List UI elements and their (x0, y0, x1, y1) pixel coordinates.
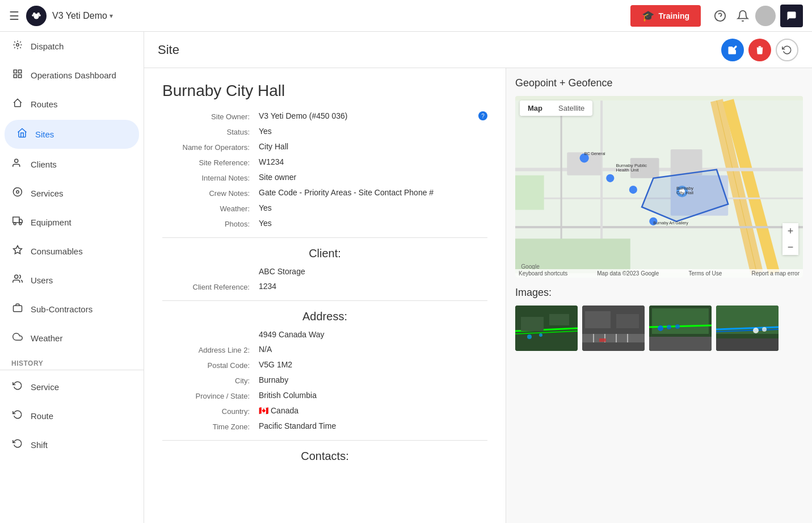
sidebar-item-services[interactable]: Services (0, 179, 144, 208)
weather-row: Weather: Yes (162, 203, 487, 213)
sidebar-item-shift[interactable]: Shift (0, 430, 144, 459)
sidebar-item-service[interactable]: Service (0, 373, 144, 401)
clients-icon (11, 158, 24, 171)
crew-notes-value: Gate Code - Priority Areas - Site Contac… (259, 188, 487, 197)
svg-rect-20 (14, 306, 22, 312)
postal-code-row: Postal Code: V5G 1M2 (162, 360, 487, 370)
users-icon (11, 274, 24, 287)
province-value: British Columbia (259, 391, 487, 400)
svg-rect-9 (19, 70, 22, 73)
map-report[interactable]: Report a map error (751, 270, 799, 277)
internal-notes-value: Site owner (259, 173, 487, 182)
main-content: Site (144, 32, 812, 523)
divider-1 (162, 237, 487, 238)
site-owner-value: V3 Yeti Demo (#450 036) (259, 111, 476, 120)
top-nav: ☰ V3 Yeti Demo ▾ 🎓 Training (0, 0, 812, 32)
sub-contractors-icon (11, 303, 24, 316)
sidebar-item-equipment-label: Equipment (31, 217, 71, 227)
crew-notes-row: Crew Notes: Gate Code - Priority Areas -… (162, 188, 487, 198)
svg-rect-56 (585, 311, 611, 328)
address-value: 4949 Canada Way (259, 330, 487, 339)
map-container[interactable]: Burnaby Public Health Unit BC General Bu… (515, 96, 803, 278)
postal-code-label: Postal Code: (162, 360, 259, 370)
svg-point-67 (658, 325, 663, 331)
svg-rect-14 (13, 217, 19, 223)
sidebar-item-routes[interactable]: Routes (0, 90, 144, 119)
status-row: Status: Yes (162, 127, 487, 136)
sidebar-item-consumables-label: Consumables (31, 246, 83, 256)
site-reference-row: Site Reference: W1234 (162, 157, 487, 167)
history-button[interactable] (776, 39, 798, 61)
right-panel: Geopoint + Geofence (506, 68, 812, 523)
map-terms[interactable]: Terms of Use (688, 270, 722, 277)
notifications-button[interactable] (733, 6, 753, 26)
svg-point-12 (15, 159, 18, 162)
sidebar-item-clients[interactable]: Clients (0, 150, 144, 179)
training-label: Training (659, 11, 689, 20)
services-icon (11, 187, 24, 200)
sidebar-item-operations-dashboard[interactable]: Operations Dashboard (0, 61, 144, 90)
image-thumb-3[interactable] (649, 306, 712, 351)
images-grid (515, 306, 803, 351)
postal-code-value: V5G 1M2 (259, 360, 487, 369)
bell-icon (737, 10, 749, 22)
map-tab-satellite[interactable]: Satellite (550, 101, 592, 116)
edit-button[interactable] (721, 39, 744, 61)
site-name: Burnaby City Hall (162, 82, 487, 100)
svg-point-3 (32, 14, 34, 16)
svg-rect-57 (616, 314, 639, 328)
sidebar-item-consumables[interactable]: Consumables (0, 237, 144, 266)
image-thumb-2[interactable] (582, 306, 645, 351)
site-owner-help-icon[interactable]: ? (478, 111, 487, 120)
hamburger-icon[interactable]: ☰ (9, 9, 19, 23)
svg-point-4 (39, 14, 41, 16)
country-value: 🇨🇦Canada (259, 406, 487, 415)
internal-notes-label: Internal Notes: (162, 173, 259, 182)
svg-point-7 (16, 44, 19, 47)
map-tabs: Map Satellite (520, 101, 592, 116)
sidebar-item-users-label: Users (31, 275, 53, 285)
photos-value: Yes (259, 219, 487, 228)
svg-text:City Hall: City Hall (676, 190, 693, 195)
layout: Dispatch Operations Dashboard Routes Sit… (0, 32, 812, 523)
sidebar-item-equipment[interactable]: Equipment (0, 208, 144, 237)
zoom-in-button[interactable]: + (782, 223, 798, 239)
user-avatar[interactable] (755, 6, 776, 26)
city-label: City: (162, 375, 259, 385)
sidebar-item-clients-label: Clients (31, 160, 57, 169)
sidebar-item-route[interactable]: Route (0, 401, 144, 430)
client-row: ABC Storage (162, 267, 487, 276)
svg-point-75 (753, 328, 759, 333)
address-row: 4949 Canada Way (162, 330, 487, 339)
sidebar-item-sub-contractors[interactable]: Sub-Contractors (0, 295, 144, 324)
svg-rect-32 (671, 149, 702, 175)
sidebar-item-weather[interactable]: Weather (0, 324, 144, 353)
delete-button[interactable] (748, 39, 771, 61)
dispatch-icon (11, 40, 24, 53)
svg-text:BC General: BC General (584, 152, 605, 156)
app-dropdown-arrow[interactable]: ▾ (110, 12, 113, 20)
sidebar-item-sites-label: Sites (35, 129, 54, 139)
image-thumb-1[interactable] (515, 306, 578, 351)
city-row: City: Burnaby (162, 375, 487, 385)
svg-rect-8 (14, 70, 16, 73)
history-icon (782, 45, 792, 55)
image-thumb-4[interactable] (716, 306, 779, 351)
help-icon-button[interactable] (710, 6, 730, 26)
svg-rect-77 (716, 338, 779, 351)
svg-marker-18 (14, 246, 22, 254)
paw-icon (30, 10, 43, 22)
zoom-out-button[interactable]: − (782, 239, 798, 255)
country-row: Country: 🇨🇦Canada (162, 406, 487, 416)
map-svg: Burnaby Public Health Unit BC General Bu… (515, 96, 803, 278)
sidebar-item-users[interactable]: Users (0, 266, 144, 295)
sidebar-item-shift-label: Shift (31, 440, 48, 450)
sidebar-item-sites[interactable]: Sites (5, 120, 139, 149)
svg-rect-63 (599, 338, 606, 342)
sidebar-item-dispatch[interactable]: Dispatch (0, 32, 144, 61)
map-tab-map[interactable]: Map (520, 101, 550, 116)
training-button[interactable]: 🎓 Training (630, 5, 701, 27)
chat-button[interactable] (780, 5, 803, 27)
status-label: Status: (162, 127, 259, 136)
page-title: Site (158, 43, 721, 57)
